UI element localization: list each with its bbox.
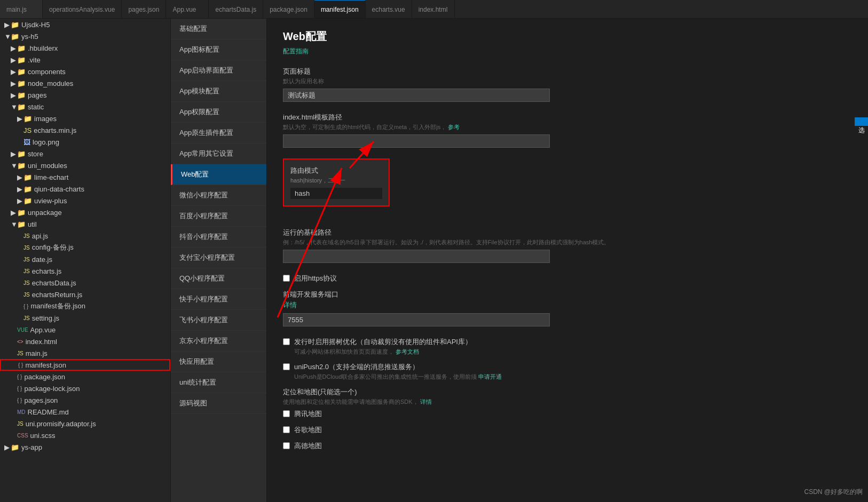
tab-manifest-json[interactable]: manifest.json bbox=[314, 0, 366, 19]
tree-shaking-link[interactable]: 参考文档 bbox=[396, 348, 419, 355]
sidebar-item-package-lock-json[interactable]: ▶ { } package-lock.json bbox=[0, 383, 170, 394]
index-template-hint-link[interactable]: 参考 bbox=[448, 124, 460, 130]
main-layout: ▶ 📁 Ujsdk-H5 ▼ 📁 ys-h5 ▶ 📁 .hbuilderx ▶ … bbox=[0, 19, 868, 502]
sidebar-item-lime-echart[interactable]: ▶ 📁 lime-echart bbox=[0, 171, 170, 183]
sidebar-item-ys-h5[interactable]: ▼ 📁 ys-h5 bbox=[0, 30, 170, 42]
tree-shaking-checkbox[interactable] bbox=[283, 338, 290, 345]
config-item-feishu[interactable]: 飞书小程序配置 bbox=[171, 310, 266, 331]
sidebar-item-manifest-backup-json[interactable]: ▶ { } manifest备份.json bbox=[0, 300, 170, 312]
config-item-source-view[interactable]: 源码视图 bbox=[171, 393, 266, 414]
base-path-hint: 例：/h5/，代表在域名的/h5目录下部署运行。如设为 ./，则代表相对路径。支… bbox=[283, 238, 852, 246]
sidebar-item-ujsdk-h5[interactable]: ▶ 📁 Ujsdk-H5 bbox=[0, 19, 170, 30]
sidebar-item-manifest-json[interactable]: ▶ { } manifest.json bbox=[0, 359, 170, 371]
config-item-web[interactable]: Web配置 bbox=[171, 164, 266, 185]
config-item-weixin[interactable]: 微信小程序配置 bbox=[171, 185, 266, 206]
sidebar-item-logo-png[interactable]: ▶ 🖼 logo.png bbox=[0, 136, 170, 148]
edge-select-button[interactable]: 选 bbox=[855, 117, 868, 126]
collapse-arrow: ▼ bbox=[11, 162, 17, 170]
sidebar-item-echarts-js[interactable]: ▶ JS echarts.js bbox=[0, 265, 170, 277]
sidebar-item-uni-scss[interactable]: ▶ CSS uni.scss bbox=[0, 429, 170, 441]
https-checkbox[interactable] bbox=[283, 275, 290, 282]
sidebar-item-vite[interactable]: ▶ 📁 .vite bbox=[0, 54, 170, 66]
sidebar-item-date-js[interactable]: ▶ JS date.js bbox=[0, 253, 170, 265]
sidebar-item-readme-md[interactable]: ▶ MD README.md bbox=[0, 406, 170, 418]
config-item-app-splash[interactable]: App启动界面配置 bbox=[171, 60, 266, 81]
tab-app-vue[interactable]: App.vue bbox=[166, 0, 209, 19]
unipush-sublabel: UniPush是DCloud联合多家公司推出的集成性统一推送服务，使用前须 申请… bbox=[294, 373, 502, 381]
tencent-map-label: 腾讯地图 bbox=[294, 409, 322, 419]
sidebar-item-components[interactable]: ▶ 📁 components bbox=[0, 66, 170, 77]
tree-shaking-sublabel: 可减小网站体积和加快首页页面速度， 参考文档 bbox=[294, 348, 472, 356]
sidebar-item-config-backup-js[interactable]: ▶ JS config-备份.js bbox=[0, 242, 170, 253]
dev-port-hint-link[interactable]: 详情 bbox=[283, 301, 297, 309]
tab-operations-vue[interactable]: operationsAnalysis.vue bbox=[43, 0, 122, 19]
config-item-app-other[interactable]: App常用其它设置 bbox=[171, 144, 266, 164]
sidebar-item-pages-json[interactable]: ▶ { } pages.json bbox=[0, 394, 170, 406]
collapse-arrow: ▶ bbox=[17, 173, 23, 181]
router-mode-hint: hash|history，二选一 bbox=[290, 177, 382, 185]
location-hint-link[interactable]: 详情 bbox=[420, 399, 432, 405]
base-path-input[interactable] bbox=[283, 250, 550, 263]
config-item-douyin[interactable]: 抖音小程序配置 bbox=[171, 227, 266, 248]
sidebar-item-util[interactable]: ▼ 📁 util bbox=[0, 218, 170, 230]
tab-echarts-data-js[interactable]: echartsData.js bbox=[209, 0, 263, 19]
config-item-kuaishou[interactable]: 快手小程序配置 bbox=[171, 289, 266, 310]
config-item-baidu[interactable]: 百度小程序配置 bbox=[171, 206, 266, 227]
page-title-input[interactable] bbox=[283, 89, 550, 102]
sidebar-item-unpackage[interactable]: ▶ 📁 unpackage bbox=[0, 206, 170, 218]
sidebar-item-setting-js[interactable]: ▶ JS setting.js bbox=[0, 312, 170, 324]
config-item-basic[interactable]: 基础配置 bbox=[171, 19, 266, 39]
tencent-map-row: 腾讯地图 bbox=[283, 409, 852, 419]
config-item-qq[interactable]: QQ小程序配置 bbox=[171, 268, 266, 289]
sidebar-item-images[interactable]: ▶ 📁 images bbox=[0, 113, 170, 124]
tab-echarts-vue[interactable]: echarts.vue bbox=[366, 0, 412, 19]
unipush-link[interactable]: 申请开通 bbox=[478, 373, 502, 380]
sidebar-item-echartsData-js[interactable]: ▶ JS echartsData.js bbox=[0, 277, 170, 289]
sidebar-item-qiun-data-charts[interactable]: ▶ 📁 qiun-data-charts bbox=[0, 183, 170, 195]
sidebar-item-uni-modules[interactable]: ▼ 📁 uni_modules bbox=[0, 160, 170, 171]
gaode-map-checkbox[interactable] bbox=[283, 442, 290, 449]
sidebar-item-store[interactable]: ▶ 📁 store bbox=[0, 148, 170, 160]
sidebar-item-index-html[interactable]: ▶ <> index.html bbox=[0, 336, 170, 347]
sidebar-item-hbuilderx[interactable]: ▶ 📁 .hbuilderx bbox=[0, 42, 170, 54]
unipush-checkbox[interactable] bbox=[283, 363, 290, 370]
sidebar-item-echartsReturn-js[interactable]: ▶ JS echartsReturn.js bbox=[0, 289, 170, 300]
config-item-jingdong[interactable]: 京东小程序配置 bbox=[171, 331, 266, 352]
config-item-quick-app[interactable]: 快应用配置 bbox=[171, 352, 266, 372]
google-map-label: 谷歌地图 bbox=[294, 425, 322, 435]
config-item-app-icon[interactable]: App图标配置 bbox=[171, 39, 266, 60]
dev-port-group: 前端开发服务端口 详情 bbox=[283, 290, 852, 326]
config-item-uni-stats[interactable]: uni统计配置 bbox=[171, 372, 266, 393]
google-map-checkbox[interactable] bbox=[283, 426, 290, 433]
tab-pages-json[interactable]: pages.json bbox=[122, 0, 166, 19]
dev-port-input[interactable] bbox=[283, 313, 550, 326]
index-template-label: index.html模板路径 bbox=[283, 113, 852, 122]
config-item-alipay[interactable]: 支付宝小程序配置 bbox=[171, 248, 266, 268]
tab-main-js[interactable]: main.js bbox=[0, 0, 43, 19]
tab-package-json[interactable]: package.json bbox=[263, 0, 314, 19]
config-item-app-permission[interactable]: App权限配置 bbox=[171, 102, 266, 123]
sidebar-item-static[interactable]: ▼ 📁 static bbox=[0, 101, 170, 113]
location-hint: 使用地图和定位相关功能需申请地图服务商的SDK， 详情 bbox=[283, 398, 852, 406]
sidebar-item-ys-app[interactable]: ▶ 📁 ys-app bbox=[0, 441, 170, 453]
collapse-arrow: ▶ bbox=[11, 91, 17, 99]
config-item-app-module[interactable]: App模块配置 bbox=[171, 81, 266, 102]
sidebar-item-package-json[interactable]: ▶ { } package.json bbox=[0, 371, 170, 383]
sidebar-item-api-js[interactable]: ▶ JS api.js bbox=[0, 230, 170, 242]
config-item-app-native-plugin[interactable]: App原生插件配置 bbox=[171, 123, 266, 144]
sidebar-item-uni-promise[interactable]: ▶ JS uni.promisify.adaptor.js bbox=[0, 418, 170, 429]
collapse-arrow: ▶ bbox=[17, 115, 23, 123]
gaode-map-row: 高德地图 bbox=[283, 441, 852, 451]
sidebar-item-main-js[interactable]: ▶ JS main.js bbox=[0, 347, 170, 359]
sidebar-item-echarts-min-js[interactable]: ▶ JS echarts.min.js bbox=[0, 124, 170, 136]
guide-link[interactable]: 配置指南 bbox=[283, 47, 852, 56]
tab-index-html[interactable]: index.html bbox=[412, 0, 455, 19]
collapse-arrow: ▶ bbox=[11, 68, 17, 76]
collapse-arrow: ▶ bbox=[11, 150, 17, 158]
sidebar-item-app-vue[interactable]: ▶ VUE App.vue bbox=[0, 324, 170, 336]
sidebar-item-pages[interactable]: ▶ 📁 pages bbox=[0, 89, 170, 101]
sidebar-item-node-modules[interactable]: ▶ 📁 node_modules bbox=[0, 77, 170, 89]
sidebar-item-uview-plus[interactable]: ▶ 📁 uview-plus bbox=[0, 195, 170, 206]
tencent-map-checkbox[interactable] bbox=[283, 410, 290, 417]
index-template-input[interactable] bbox=[283, 134, 550, 148]
